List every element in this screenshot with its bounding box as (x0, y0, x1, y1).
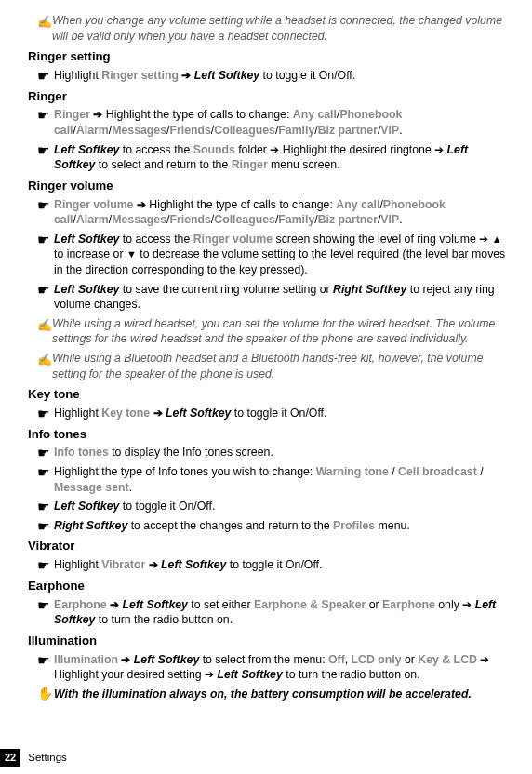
menu-item: Profiles (333, 519, 375, 532)
text: to select from the menu: (199, 653, 328, 666)
option: Cell broadcast (398, 465, 477, 478)
softkey: Left Softkey (54, 233, 119, 246)
note-text: When you change any volume setting while… (52, 13, 506, 44)
headset-note: ✍ When you change any volume setting whi… (37, 13, 506, 44)
text: to toggle it On/Off. (231, 407, 326, 420)
option: Off (328, 653, 345, 666)
softkey: Left Softkey (166, 407, 231, 420)
pointer-icon: ☛ (37, 143, 54, 157)
down-arrow-icon: ▼ (126, 248, 137, 260)
rv-note-1: ✍ While using a wired headset, you can s… (37, 316, 506, 347)
softkey: Left Softkey (217, 668, 282, 681)
text: to save the current ring volume setting … (119, 283, 333, 296)
softkey: Right Softkey (54, 519, 127, 532)
text: to toggle it On/Off. (226, 558, 322, 571)
softkey: Left Softkey (54, 283, 119, 296)
pointer-icon: ☛ (37, 108, 54, 122)
illumination-warning: ✋ With the illumination always on, the b… (37, 687, 506, 702)
text: to toggle it On/Off. (119, 500, 215, 513)
bullet-earphone: ☛ Earphone ➔ Left Softkey to set either … (37, 597, 506, 628)
arrow-icon: ➔ (118, 653, 134, 666)
bullet-body: Highlight the type of Info tones you wis… (54, 464, 506, 495)
softkey: Left Softkey (54, 500, 119, 513)
option: Messages (112, 213, 166, 226)
hand-icon: ✋ (37, 687, 54, 700)
heading-info-tones: Info tones (28, 426, 506, 443)
bullet-ringer-setting: ☛ Highlight Ringer setting ➔ Left Softke… (37, 68, 506, 84)
option: Friends (169, 213, 210, 226)
heading-key-tone: Key tone (28, 386, 506, 403)
bullet-ringer-1: ☛ Ringer ➔ Highlight the type of calls t… (37, 107, 506, 138)
bullet-body: Ringer volume ➔ Highlight the type of ca… (54, 197, 506, 228)
text: Highlight the type of Info tones you wis… (54, 465, 316, 478)
pointer-icon: ☛ (37, 500, 54, 514)
heading-vibrator: Vibrator (28, 538, 506, 554)
arrow-icon: ➔ (145, 558, 161, 571)
bullet-rv-3: ☛ Left Softkey to save the current ring … (37, 282, 506, 313)
bullet-body: Illumination ➔ Left Softkey to select fr… (54, 652, 506, 683)
softkey: Left Softkey (54, 143, 119, 156)
option: Message sent (54, 481, 129, 494)
pointer-icon: ☛ (37, 198, 54, 212)
text: to turn the radio button on. (283, 668, 420, 681)
page-footer: 22 Settings (0, 749, 67, 767)
bullet-body: Ringer ➔ Highlight the type of calls to … (54, 107, 506, 138)
text: only ➔ (435, 598, 475, 611)
softkey: Right Softkey (333, 283, 406, 296)
arrow-icon: ➔ (150, 407, 166, 420)
option: Alarm (76, 124, 109, 137)
softkey: Left Softkey (161, 558, 226, 571)
note-icon: ✍ (37, 14, 52, 31)
text: menu screen. (268, 158, 340, 171)
bullet-info-4: ☛ Right Softkey to accept the changes an… (37, 518, 506, 534)
option: Key & LCD (418, 653, 477, 666)
heading-earphone: Earphone (28, 578, 506, 594)
bullet-body: Left Softkey to access the Sounds folder… (54, 142, 506, 173)
option: Earphone & Speaker (254, 598, 366, 611)
pointer-icon: ☛ (37, 598, 54, 612)
bullet-info-1: ☛ Info tones to display the Info tones s… (37, 445, 506, 460)
sep: / (477, 465, 484, 478)
menu-item: Info tones (54, 446, 109, 459)
text: Highlight (54, 407, 101, 420)
option: Alarm (76, 213, 109, 226)
pointer-icon: ☛ (37, 446, 54, 460)
menu-item: Ringer volume (54, 198, 133, 211)
sep: , (345, 653, 352, 666)
arrow-icon: ➔ (133, 198, 149, 211)
text: to select and return to the (95, 158, 231, 171)
arrow-icon: ➔ (179, 69, 194, 82)
text: menu. (375, 519, 410, 532)
up-arrow-icon: ▲ (492, 234, 502, 245)
text: to turn the radio button on. (95, 613, 233, 626)
menu-item: Key tone (101, 407, 150, 420)
menu-item: Ringer setting (101, 69, 179, 82)
heading-ringer: Ringer (28, 88, 506, 105)
menu-item: Sounds (193, 143, 235, 156)
menu-item: Earphone (54, 598, 107, 611)
text: to access the (119, 143, 193, 156)
menu-item: Ringer (54, 108, 90, 121)
sep: / (389, 465, 398, 478)
text: . (399, 213, 402, 226)
note-text: While using a Bluetooth headset and a Bl… (52, 351, 506, 381)
text: or (402, 653, 419, 666)
bullet-body: Highlight Vibrator ➔ Left Softkey to tog… (54, 557, 506, 573)
arrow-icon: ➔ (90, 108, 106, 121)
rv-note-2: ✍ While using a Bluetooth headset and a … (37, 351, 506, 381)
bullet-key-tone: ☛ Highlight Key tone ➔ Left Softkey to t… (37, 406, 506, 421)
text: to access the (119, 233, 193, 246)
option: Family (278, 213, 314, 226)
warning-text: With the illumination always on, the bat… (54, 687, 472, 702)
text: . (129, 481, 132, 494)
pointer-icon: ☛ (37, 558, 54, 572)
text: to accept the changes and return to the (127, 519, 333, 532)
bullet-body: Earphone ➔ Left Softkey to set either Ea… (54, 597, 506, 628)
text: to display the Info tones screen. (109, 446, 273, 459)
text: Highlight (54, 69, 101, 82)
option: Family (278, 124, 314, 137)
note-icon: ✍ (37, 317, 52, 334)
bullet-info-2: ☛ Highlight the type of Info tones you w… (37, 464, 506, 495)
menu-item: Ringer volume (193, 233, 273, 246)
text: folder ➔ Highlight the desired ringtone … (235, 143, 447, 156)
